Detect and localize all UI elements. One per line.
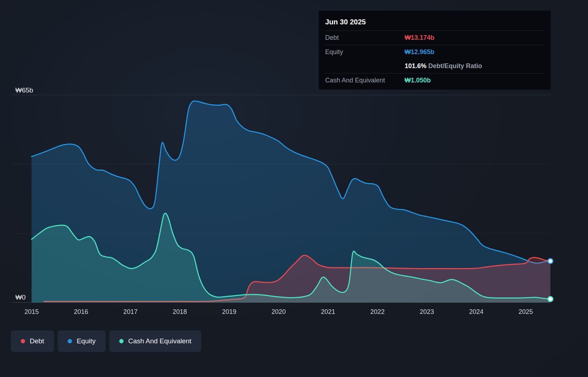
x-axis-label-2025: 2025 (519, 308, 533, 315)
legend-equity-label: Equity (77, 337, 96, 345)
tooltip-debt-value: ₩13.174b (405, 34, 434, 42)
y-axis-zero-label: ₩0 (15, 294, 26, 301)
debt-equity-chart-page: ₩65b₩02015201620172018201920202021202220… (0, 0, 588, 377)
legend-debt-label: Debt (30, 337, 44, 345)
legend-item-debt[interactable]: Debt (11, 330, 54, 352)
tooltip-equity-row: Equity ₩12.965b (325, 45, 544, 59)
x-axis-label-2024: 2024 (469, 308, 483, 315)
tooltip-cash-row: Cash And Equivalent ₩1.050b (325, 73, 544, 87)
x-axis-label-2018: 2018 (173, 308, 187, 315)
x-axis-label-2019: 2019 (222, 308, 236, 315)
tooltip-equity-value: ₩12.965b (405, 48, 434, 56)
equity-end-marker (548, 259, 553, 264)
tooltip-ratio-value: 101.6% Debt/Equity Ratio (405, 62, 482, 70)
x-axis-label-2017: 2017 (123, 308, 138, 315)
cash-and-equivalent-end-marker (548, 297, 553, 302)
x-axis-label-2023: 2023 (420, 308, 434, 315)
tooltip-date: Jun 30 2025 (325, 14, 544, 30)
legend-item-equity[interactable]: Equity (58, 330, 106, 352)
cash-series-dot-icon (119, 339, 124, 343)
x-axis-label-2020: 2020 (271, 308, 286, 315)
tooltip-equity-label: Equity (325, 48, 405, 56)
tooltip-debt-row: Debt ₩13.174b (325, 30, 544, 45)
tooltip-debt-label: Debt (325, 34, 405, 42)
tooltip-ratio-label: Debt/Equity Ratio (428, 62, 482, 70)
x-axis-label-2015: 2015 (24, 308, 39, 315)
y-axis-max-label: ₩65b (15, 86, 33, 94)
legend-cash-label: Cash And Equivalent (128, 337, 191, 345)
x-axis-label-2021: 2021 (321, 308, 335, 315)
debt-series-dot-icon (21, 339, 25, 343)
tooltip-ratio-percent: 101.6% (405, 62, 426, 70)
x-axis-label-2022: 2022 (370, 308, 385, 315)
tooltip-cash-value: ₩1.050b (405, 77, 431, 84)
tooltip-ratio-row: 101.6% Debt/Equity Ratio (325, 59, 544, 73)
legend-item-cash-and-equivalent[interactable]: Cash And Equivalent (109, 330, 201, 352)
equity-series-dot-icon (68, 339, 72, 343)
chart-tooltip: Jun 30 2025 Debt ₩13.174b Equity ₩12.965… (319, 11, 551, 90)
tooltip-cash-label: Cash And Equivalent (325, 77, 405, 84)
chart-legend: Debt Equity Cash And Equivalent (11, 330, 201, 352)
x-axis-label-2016: 2016 (74, 308, 88, 315)
